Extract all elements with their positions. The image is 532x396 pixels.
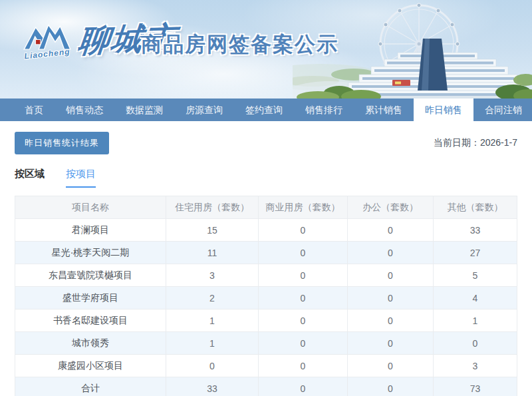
commercial-units-cell: 0 [259, 309, 348, 331]
liaocheng-logo: Liaocheng [19, 21, 76, 59]
other-units-cell: 33 [434, 219, 517, 241]
project-name-cell: 君澜项目 [15, 219, 166, 241]
project-name-cell: 东昌壹號院璞樾项目 [15, 264, 166, 286]
office-units-cell: 0 [348, 332, 434, 354]
residential-units-cell: 1 [166, 309, 259, 331]
tab-by-project[interactable]: 按项目 [66, 168, 96, 188]
project-name-cell: 城市领秀 [15, 332, 166, 354]
main-nav: 首页 销售动态 数据监测 房源查询 签约查询 销售排行 累计销售 昨日销售 合同… [0, 99, 532, 121]
office-units-cell: 0 [348, 309, 434, 331]
table-column-header: 办公（套数） [348, 196, 434, 218]
nav-item[interactable]: 首页 [13, 99, 55, 121]
commercial-units-cell: 0 [259, 287, 348, 309]
ferris-wheel-city-illustration [293, 0, 532, 99]
yesterday-sales-stats-button[interactable]: 昨日销售统计结果 [15, 132, 109, 154]
table-row: 书香名邸建设项目 1 0 0 1 [15, 309, 517, 332]
page: Liaocheng 聊城市 商品房网签备案公示 [0, 0, 532, 396]
toolbar: 昨日销售统计结果 当前日期：2026-1-7 [15, 132, 517, 154]
nav-item[interactable]: 销售动态 [55, 99, 114, 121]
site-banner: Liaocheng 聊城市 商品房网签备案公示 [0, 0, 532, 99]
project-name-cell: 星光·桃李天阅二期 [15, 242, 166, 264]
commercial-units-cell: 0 [259, 377, 348, 396]
office-units-cell: 0 [348, 355, 434, 377]
office-units-cell: 0 [348, 377, 434, 396]
table-header-row: 项目名称 住宅用房（套数） 商业用房（套数） 办公（套数） 其他（套数） [15, 196, 517, 219]
commercial-units-cell: 0 [259, 219, 348, 241]
office-units-cell: 0 [348, 219, 434, 241]
project-name-cell: 盛世学府项目 [15, 287, 166, 309]
nav-item[interactable]: 销售排行 [294, 99, 354, 121]
tab-by-region[interactable]: 按区域 [15, 168, 45, 188]
table-column-header: 其他（套数） [434, 196, 517, 218]
table-row: 康盛园小区项目 0 0 0 3 [15, 355, 517, 377]
table-column-header: 住宅用房（套数） [166, 196, 259, 218]
office-units-cell: 0 [348, 264, 434, 286]
residential-units-cell: 11 [166, 242, 259, 264]
residential-units-cell: 1 [166, 332, 259, 354]
commercial-units-cell: 0 [259, 332, 348, 354]
project-name-cell: 康盛园小区项目 [15, 355, 166, 377]
project-name-cell: 书香名邸建设项目 [15, 309, 166, 331]
other-units-cell: 1 [434, 309, 517, 331]
commercial-units-cell: 0 [259, 264, 348, 286]
other-units-cell: 0 [434, 332, 517, 354]
table-row: 东昌壹號院璞樾项目 3 0 0 5 [15, 264, 517, 287]
commercial-units-cell: 0 [259, 242, 348, 264]
table-row: 合计 33 0 0 73 [15, 377, 517, 396]
table-row: 城市领秀 1 0 0 0 [15, 332, 517, 355]
nav-item[interactable]: 昨日销售 [414, 99, 473, 121]
nav-item[interactable]: 房源查询 [174, 99, 234, 121]
current-date: 当前日期：2026-1-7 [434, 137, 517, 149]
table-column-header: 商业用房（套数） [259, 196, 348, 218]
office-units-cell: 0 [348, 242, 434, 264]
table-row: 盛世学府项目 2 0 0 4 [15, 287, 517, 309]
mountain-m-logo-icon [21, 21, 74, 51]
residential-units-cell: 15 [166, 219, 259, 241]
other-units-cell: 5 [434, 264, 517, 286]
table-row: 星光·桃李天阅二期 11 0 0 27 [15, 242, 517, 264]
nav-item[interactable]: 合同注销 [473, 99, 532, 121]
current-date-value: 2026-1-7 [480, 137, 517, 148]
other-units-cell: 73 [434, 377, 517, 396]
current-date-label: 当前日期： [434, 137, 480, 148]
nav-item[interactable]: 签约查询 [234, 99, 294, 121]
project-name-cell: 合计 [15, 377, 166, 396]
other-units-cell: 3 [434, 355, 517, 377]
table-column-header: 项目名称 [15, 196, 166, 218]
commercial-units-cell: 0 [259, 355, 348, 377]
table-body: 君澜项目 15 0 0 33 星光·桃李天阅二期 11 0 0 27 [15, 219, 517, 396]
nav-item[interactable]: 数据监测 [114, 99, 174, 121]
view-tabs: 按区域 按项目 [15, 168, 517, 188]
other-units-cell: 27 [434, 242, 517, 264]
table-row: 君澜项目 15 0 0 33 [15, 219, 517, 242]
other-units-cell: 4 [434, 287, 517, 309]
residential-units-cell: 0 [166, 355, 259, 377]
residential-units-cell: 3 [166, 264, 259, 286]
nav-item[interactable]: 累计销售 [354, 99, 414, 121]
residential-units-cell: 33 [166, 377, 259, 396]
main-content: 昨日销售统计结果 当前日期：2026-1-7 按区域 按项目 项目名称 住宅用房… [0, 132, 532, 396]
office-units-cell: 0 [348, 287, 434, 309]
sales-table: 项目名称 住宅用房（套数） 商业用房（套数） 办公（套数） 其他（套数） 君澜项… [15, 196, 517, 396]
residential-units-cell: 2 [166, 287, 259, 309]
